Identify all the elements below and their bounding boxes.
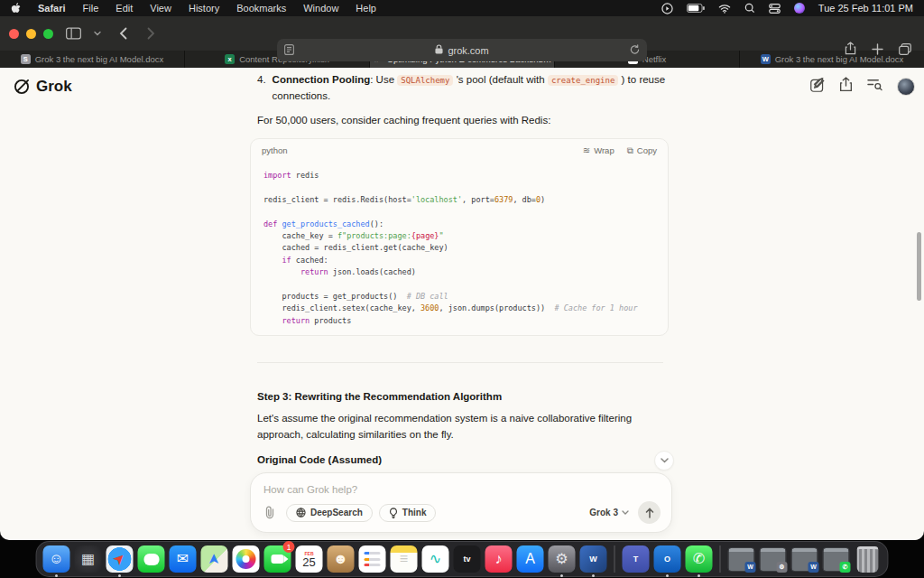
dock-freeform-icon[interactable]: ∿ bbox=[422, 544, 449, 574]
page-scrollbar-thumb[interactable] bbox=[917, 232, 921, 301]
dock-whatsapp-icon[interactable]: ✆ bbox=[686, 544, 713, 574]
dock-facetime-icon[interactable]: 1 bbox=[264, 544, 291, 574]
deepsearch-button[interactable]: DeepSearch bbox=[286, 504, 373, 522]
step-3-paragraph: Let's assume the original recommendation… bbox=[257, 411, 669, 443]
dock-minimized-window-word-2-icon[interactable]: W bbox=[791, 544, 818, 574]
dock-maps-icon[interactable]: ➤ bbox=[201, 544, 228, 574]
back-button[interactable] bbox=[119, 27, 127, 40]
model-selector[interactable]: Grok 3 bbox=[589, 508, 629, 517]
apple-menu-icon[interactable] bbox=[11, 3, 21, 14]
code-line: redis_client = redis.Redis(host='localho… bbox=[263, 194, 659, 206]
minimized-window-word-2-app-glyph: W bbox=[791, 547, 818, 572]
menu-bookmarks[interactable]: Bookmarks bbox=[236, 3, 286, 14]
battery-icon[interactable] bbox=[687, 4, 705, 13]
list-item-text: Connection Pooling: Use SQLAlchemy 's po… bbox=[273, 72, 669, 105]
menu-window[interactable]: Window bbox=[303, 3, 338, 14]
spotlight-icon[interactable] bbox=[744, 3, 755, 14]
page-share-icon[interactable] bbox=[839, 77, 853, 96]
dock-contacts-icon[interactable]: ☻ bbox=[328, 544, 355, 574]
menu-edit[interactable]: Edit bbox=[116, 3, 133, 14]
screen-record-icon[interactable] bbox=[661, 3, 673, 14]
new-tab-icon[interactable] bbox=[872, 42, 883, 59]
dock-finder-icon[interactable]: ☺ bbox=[43, 544, 70, 574]
dock-messages-icon[interactable] bbox=[138, 544, 165, 574]
avatar[interactable] bbox=[897, 78, 915, 96]
code-block-header: python ≋Wrap ⧉Copy bbox=[251, 139, 668, 163]
code-content[interactable]: import redis redis_client = redis.Redis(… bbox=[251, 163, 668, 327]
code-line: products = get_products() # DB call bbox=[263, 291, 659, 303]
reload-icon[interactable] bbox=[630, 44, 640, 57]
grok-logo[interactable]: Grok bbox=[13, 78, 72, 96]
minimize-window-button[interactable] bbox=[26, 29, 36, 39]
menu-history[interactable]: History bbox=[189, 3, 219, 14]
dock-appletv-icon[interactable]: tv bbox=[454, 544, 481, 574]
word-app-glyph: W bbox=[580, 545, 607, 573]
running-indicator-dot bbox=[55, 574, 58, 577]
send-button[interactable] bbox=[638, 501, 661, 524]
minimized-window-word-1-app-glyph: W bbox=[728, 547, 755, 572]
siri-icon[interactable] bbox=[794, 3, 805, 14]
dock-outlook-icon[interactable]: O bbox=[654, 544, 681, 574]
compose-icon[interactable] bbox=[810, 78, 825, 96]
excel-icon: x bbox=[225, 54, 235, 64]
calendar-app-glyph: FEB25 bbox=[296, 545, 323, 573]
composer[interactable]: How can Grok help? DeepSearch Think Grok… bbox=[250, 472, 672, 533]
forward-button[interactable] bbox=[147, 27, 155, 40]
section-divider bbox=[257, 362, 663, 363]
code-line: return json.loads(cached) bbox=[263, 266, 659, 278]
dock-teams-icon[interactable]: T bbox=[623, 544, 650, 574]
appstore-app-glyph: A bbox=[517, 545, 544, 573]
reminders-app-glyph bbox=[359, 545, 386, 573]
dock-calendar-icon[interactable]: FEB25 bbox=[296, 544, 323, 574]
dock-notes-icon[interactable]: ≡ bbox=[391, 544, 418, 574]
wifi-icon[interactable] bbox=[718, 4, 731, 14]
minimized-window-settings-app-glyph: ⚙ bbox=[760, 547, 787, 572]
code-line: cached = redis_client.get(cache_key) bbox=[263, 242, 659, 254]
dock-photos-icon[interactable] bbox=[233, 544, 260, 574]
menu-file[interactable]: File bbox=[83, 3, 99, 14]
brand-name: Grok bbox=[36, 78, 72, 96]
code-line: def get_products_cached(): bbox=[263, 219, 659, 230]
composer-placeholder[interactable]: How can Grok help? bbox=[263, 484, 659, 495]
dock-minimized-window-whatsapp-icon[interactable]: ✆ bbox=[823, 544, 850, 574]
freeform-app-glyph: ∿ bbox=[422, 545, 449, 573]
dock-minimized-window-word-1-icon[interactable]: W bbox=[728, 544, 755, 574]
reader-mode-icon[interactable] bbox=[284, 44, 294, 57]
dock-minimized-window-settings-icon[interactable]: ⚙ bbox=[760, 544, 787, 574]
dock-word-icon[interactable]: W bbox=[580, 544, 607, 574]
dock-appstore-icon[interactable]: A bbox=[517, 544, 544, 574]
tab-overview-icon[interactable] bbox=[899, 42, 911, 59]
share-icon[interactable] bbox=[845, 42, 856, 59]
zoom-window-button[interactable] bbox=[43, 29, 53, 39]
address-bar[interactable]: grok.com bbox=[277, 39, 647, 61]
sidebar-chevron-icon[interactable] bbox=[94, 31, 101, 36]
close-window-button[interactable] bbox=[9, 29, 19, 39]
teams-app-glyph: T bbox=[623, 545, 650, 573]
dock-launchpad-icon[interactable]: ▦ bbox=[75, 544, 102, 574]
menu-view[interactable]: View bbox=[150, 3, 171, 14]
paragraph-redis: For 50,000 users, consider caching frequ… bbox=[257, 113, 669, 129]
history-search-icon[interactable] bbox=[867, 78, 882, 95]
menu-safari[interactable]: Safari bbox=[38, 3, 66, 14]
attach-icon[interactable] bbox=[260, 506, 280, 519]
dock-safari-icon[interactable]: ➤ bbox=[106, 544, 134, 574]
dock-reminders-icon[interactable] bbox=[359, 544, 386, 574]
dock-settings-icon[interactable]: ⚙ bbox=[549, 544, 576, 574]
wrap-button[interactable]: ≋Wrap bbox=[583, 144, 614, 158]
dock-trash-icon[interactable] bbox=[855, 544, 882, 574]
sidebar-toggle-icon[interactable] bbox=[66, 27, 81, 40]
notification-badge: 1 bbox=[283, 541, 295, 553]
dock-mail-icon[interactable]: ✉ bbox=[170, 544, 197, 574]
trash-app-glyph bbox=[857, 546, 879, 573]
dock-music-icon[interactable]: ♪ bbox=[485, 544, 513, 574]
control-center-icon[interactable] bbox=[769, 4, 781, 14]
browser-tab-1[interactable]: SGrok 3 the next big AI Model.docx bbox=[0, 51, 185, 68]
dock-separator bbox=[614, 545, 615, 573]
menu-bar-clock[interactable]: Tue 25 Feb 11:01 PM bbox=[818, 3, 913, 14]
wrap-icon: ≋ bbox=[583, 144, 590, 158]
expand-chevron-button[interactable] bbox=[654, 451, 674, 471]
copy-button[interactable]: ⧉Copy bbox=[627, 144, 657, 158]
running-indicator-dot bbox=[666, 574, 669, 577]
menu-help[interactable]: Help bbox=[356, 3, 376, 14]
think-button[interactable]: Think bbox=[379, 504, 437, 522]
